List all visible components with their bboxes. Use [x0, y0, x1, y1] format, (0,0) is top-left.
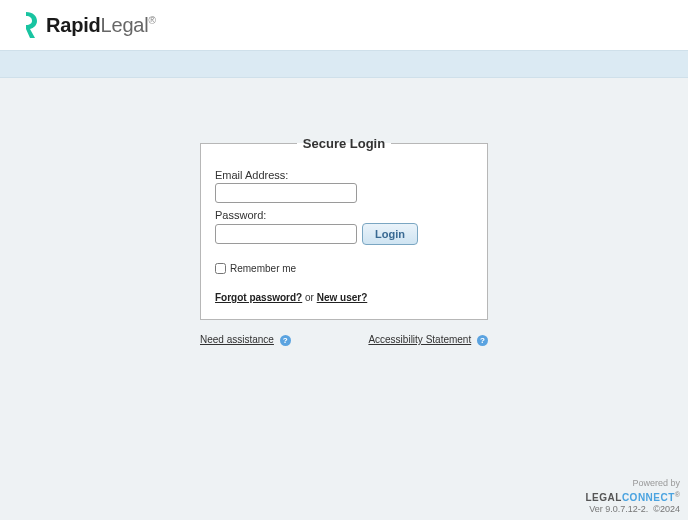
or-text: or [302, 292, 316, 303]
legalconnect-brand: LEGALCONNECT® [585, 490, 680, 504]
legalconnect-reg: ® [675, 491, 680, 498]
password-field[interactable] [215, 224, 357, 244]
powered-by-label: Powered by [585, 478, 680, 490]
forgot-password-link[interactable]: Forgot password? [215, 292, 302, 303]
header-bar: RapidLegal® [0, 0, 688, 50]
footer: Powered by LEGALCONNECT® Ver 9.0.7.12-2.… [585, 478, 680, 516]
login-fieldset: Secure Login Email Address: Password: Lo… [200, 136, 488, 320]
brand-registered: ® [149, 15, 156, 26]
legalconnect-l: LEGAL [585, 492, 621, 503]
remember-row: Remember me [215, 263, 473, 274]
new-user-link[interactable]: New user? [317, 292, 368, 303]
brand-name-bold: Rapid [46, 14, 101, 36]
email-label: Email Address: [215, 169, 473, 181]
password-label: Password: [215, 209, 473, 221]
remember-label: Remember me [230, 263, 296, 274]
version-text: Ver 9.0.7.12-2. [589, 504, 648, 514]
brand-name-light: Legal [101, 14, 149, 36]
need-assistance-link[interactable]: Need assistance [200, 334, 274, 345]
rapid-legal-mark-icon [18, 10, 40, 40]
copyright-text: ©2024 [653, 504, 680, 514]
nav-strip [0, 50, 688, 78]
recovery-links: Forgot password? or New user? [215, 292, 473, 303]
support-links: Need assistance ? Accessibility Statemen… [200, 334, 488, 346]
login-legend-text: Secure Login [303, 136, 385, 151]
version-line: Ver 9.0.7.12-2. ©2024 [585, 504, 680, 516]
need-assistance-wrap: Need assistance ? [200, 334, 291, 346]
accessibility-link[interactable]: Accessibility Statement [368, 334, 471, 345]
password-row: Login [215, 223, 473, 245]
email-field[interactable] [215, 183, 357, 203]
info-icon: ? [280, 335, 291, 346]
accessibility-wrap: Accessibility Statement ? [368, 334, 488, 346]
main-content: Secure Login Email Address: Password: Lo… [0, 136, 688, 346]
login-legend: Secure Login [297, 136, 391, 151]
info-icon: ? [477, 335, 488, 346]
legalconnect-c: CONNECT [622, 492, 675, 503]
brand-logo: RapidLegal® [18, 10, 156, 40]
brand-name: RapidLegal® [46, 14, 156, 37]
login-wrapper: Secure Login Email Address: Password: Lo… [200, 136, 488, 346]
login-button[interactable]: Login [362, 223, 418, 245]
remember-checkbox[interactable] [215, 263, 226, 274]
